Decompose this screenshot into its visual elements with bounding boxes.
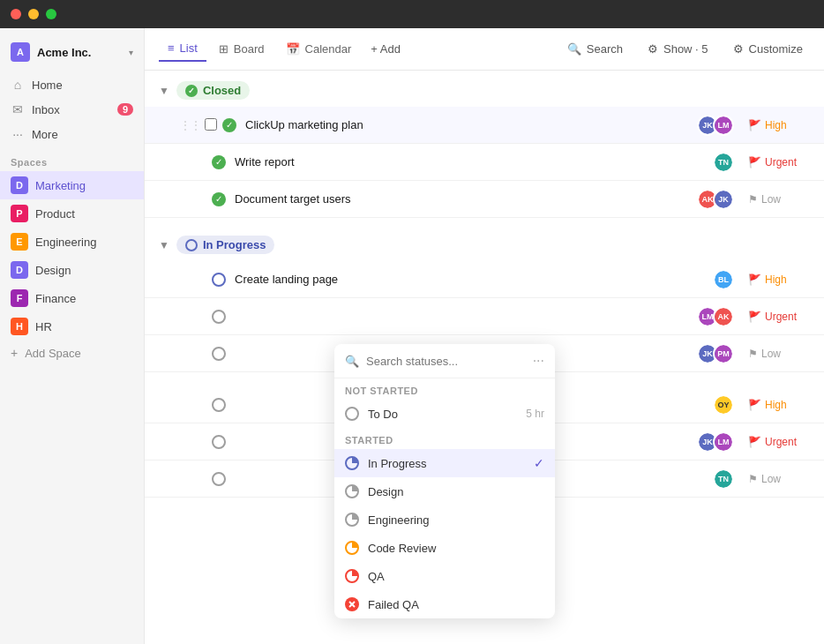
search-icon: 🔍 <box>567 42 581 56</box>
task-status-icon[interactable]: ✓ <box>212 192 226 206</box>
selected-checkmark-icon: ✓ <box>534 456 544 470</box>
failed-qa-status-icon <box>345 597 359 611</box>
priority-flag-icon: ⚑ <box>748 193 758 206</box>
priority-badge: 🚩 Urgent <box>748 436 810 448</box>
status-option-code-review[interactable]: Code Review <box>334 534 555 562</box>
table-row: ✓ Document target users AK JK ⚑ Low <box>145 181 824 218</box>
priority-label: Urgent <box>765 311 797 323</box>
sidebar-item-marketing[interactable]: D Marketing <box>0 171 144 199</box>
avatar: AK <box>713 306 734 327</box>
status-option-in-progress[interactable]: In Progress ✓ <box>334 449 555 477</box>
sidebar-item-engineering[interactable]: E Engineering <box>0 228 144 256</box>
marketing-space-icon: D <box>11 176 28 194</box>
toolbar-right: 🔍 Search ⚙ Show · 5 ⚙ Customize <box>560 39 810 59</box>
tab-calendar[interactable]: 📅 Calendar <box>277 37 361 61</box>
board-tab-icon: ⊞ <box>219 42 228 56</box>
closed-status-badge[interactable]: ✓ Closed <box>176 81 250 100</box>
task-status-icon[interactable] <box>212 347 226 361</box>
workspace-chevron-icon: ▾ <box>129 48 133 57</box>
task-name: ClickUp marketing plan <box>245 118 697 131</box>
priority-badge: 🚩 High <box>748 273 810 286</box>
priority-flag-icon: ⚑ <box>748 348 758 360</box>
table-row: Create landing page BL 🚩 High <box>145 261 824 298</box>
priority-badge: 🚩 High <box>748 119 810 131</box>
task-status-icon[interactable] <box>212 273 226 287</box>
show-icon: ⚙ <box>648 42 658 56</box>
avatar: LM <box>713 115 734 136</box>
avatar: BL <box>713 269 734 290</box>
add-view-label: + Add <box>371 42 401 56</box>
dropdown-more-icon[interactable]: ··· <box>533 353 544 369</box>
task-status-icon[interactable] <box>212 472 226 486</box>
tab-board[interactable]: ⊞ Board <box>210 37 273 61</box>
sidebar-item-design[interactable]: D Design <box>0 256 144 284</box>
task-status-icon[interactable] <box>212 435 226 449</box>
qa-status-icon <box>345 569 359 583</box>
status-option-failed-qa[interactable]: Failed QA <box>334 590 555 618</box>
search-button[interactable]: 🔍 Search <box>560 39 630 59</box>
task-status-icon[interactable]: ✓ <box>222 118 236 132</box>
task-avatars: BL <box>713 269 734 290</box>
maximize-button[interactable] <box>46 9 56 19</box>
priority-label: High <box>765 119 787 131</box>
close-button[interactable] <box>11 9 21 19</box>
priority-label: Urgent <box>765 156 797 168</box>
hr-space-icon: H <box>11 318 28 335</box>
priority-badge: 🚩 Urgent <box>748 156 810 168</box>
sidebar-item-hr[interactable]: H HR <box>0 312 144 341</box>
table-row: ⋮⋮ ✓ ClickUp marketing plan JK LM 🚩 Hig <box>145 107 824 144</box>
dropdown-search-icon: 🔍 <box>345 355 359 368</box>
status-option-qa[interactable]: QA <box>334 562 555 590</box>
customize-button[interactable]: ⚙ Customize <box>726 39 810 59</box>
show-button[interactable]: ⚙ Show · 5 <box>640 39 715 59</box>
main-content: ≡ List ⊞ Board 📅 Calendar + Add 🔍 Search <box>145 28 824 644</box>
drag-handle-icon[interactable]: ⋮⋮ <box>180 119 201 131</box>
more-icon: ··· <box>11 127 25 141</box>
add-view-button[interactable]: + Add <box>363 39 408 59</box>
status-option-todo[interactable]: To Do 5 hr <box>334 400 555 428</box>
sidebar-item-finance[interactable]: F Finance <box>0 284 144 312</box>
task-status-icon[interactable] <box>212 310 226 324</box>
calendar-tab-icon: 📅 <box>286 42 300 56</box>
task-avatars: JK PM <box>697 343 734 364</box>
sidebar-item-product[interactable]: P Product <box>0 199 144 228</box>
in-progress-section-header[interactable]: ▼ In Progress <box>145 225 824 261</box>
task-name: Create landing page <box>235 273 713 286</box>
in-progress-status-icon <box>345 456 359 470</box>
task-status-icon[interactable] <box>212 398 226 412</box>
dropdown-search-bar: 🔍 ··· <box>334 344 555 378</box>
workspace-header[interactable]: A Acme Inc. ▾ <box>0 35 144 69</box>
sidebar-item-more[interactable]: ··· More <box>0 122 144 146</box>
priority-label: Low <box>761 348 781 360</box>
priority-label: High <box>765 273 787 286</box>
priority-label: Urgent <box>765 436 797 448</box>
priority-flag-icon: 🚩 <box>748 311 761 323</box>
in-progress-status-badge[interactable]: In Progress <box>176 236 275 254</box>
todo-time: 5 hr <box>526 408 544 420</box>
task-avatars: LM AK <box>697 306 734 327</box>
workspace-avatar: A <box>11 42 30 62</box>
row-checkbox[interactable] <box>205 118 219 132</box>
sidebar-item-inbox[interactable]: ✉ Inbox 9 <box>0 97 144 122</box>
design-label: Design <box>35 264 71 277</box>
priority-flag-icon: 🚩 <box>748 119 761 131</box>
add-space-button[interactable]: + Add Space <box>0 341 144 365</box>
task-status-icon[interactable]: ✓ <box>212 155 226 169</box>
finance-space-icon: F <box>11 289 28 307</box>
task-avatars: OY <box>713 394 734 416</box>
home-label: Home <box>32 79 63 92</box>
design-status-label: Design <box>368 485 403 498</box>
search-label: Search <box>587 42 623 56</box>
add-space-label: Add Space <box>25 347 81 360</box>
status-option-design[interactable]: Design <box>334 477 555 505</box>
status-option-engineering[interactable]: Engineering <box>334 505 555 534</box>
priority-badge: ⚑ Low <box>748 473 810 485</box>
closed-section-header[interactable]: ▼ ✓ Closed <box>145 71 824 107</box>
closed-status-icon: ✓ <box>185 85 198 97</box>
minimize-button[interactable] <box>28 9 39 19</box>
finance-label: Finance <box>35 292 76 305</box>
tab-list[interactable]: ≡ List <box>159 36 206 62</box>
priority-flag-icon: 🚩 <box>748 436 761 448</box>
status-search-input[interactable] <box>366 355 526 368</box>
sidebar-item-home[interactable]: ⌂ Home <box>0 72 144 97</box>
